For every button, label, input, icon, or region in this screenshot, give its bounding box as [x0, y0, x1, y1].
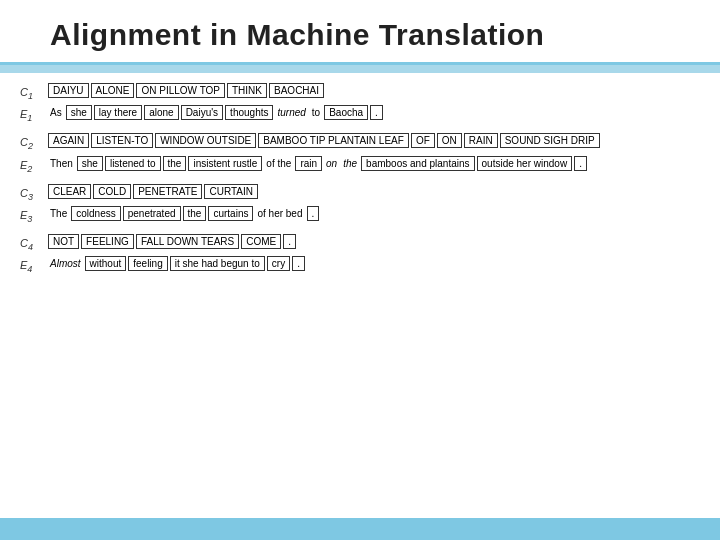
label-e4: E4 [20, 256, 48, 274]
tokens-c2: AGAINLISTEN-TOWINDOW OUTSIDEBAMBOO TIP P… [48, 133, 700, 148]
token: Daiyu's [181, 105, 223, 120]
token: . [307, 206, 320, 221]
token: . [292, 256, 305, 271]
token: bamboos and plantains [361, 156, 474, 171]
bottom-bar [0, 518, 720, 540]
row-c4: C4NOTFEELINGFALL DOWN TEARSCOME. [20, 234, 700, 252]
token: FALL DOWN TEARS [136, 234, 239, 249]
token: ALONE [91, 83, 135, 98]
slide: Alignment in Machine Translation C1DAIYU… [0, 0, 720, 540]
tokens-c4: NOTFEELINGFALL DOWN TEARSCOME. [48, 234, 700, 249]
token: . [574, 156, 587, 171]
token: without [85, 256, 127, 271]
token: SOUND SIGH DRIP [500, 133, 600, 148]
page-title: Alignment in Machine Translation [50, 18, 544, 51]
token: penetrated [123, 206, 181, 221]
token: WINDOW OUTSIDE [155, 133, 256, 148]
token: cry [267, 256, 290, 271]
token: insistent rustle [188, 156, 262, 171]
token: As [48, 106, 64, 119]
tokens-c1: DAIYUALONEON PILLOW TOPTHINKBAOCHAI [48, 83, 700, 98]
tokens-e1: Asshelay therealoneDaiyu'sthoughtsturned… [48, 105, 700, 120]
token: listened to [105, 156, 161, 171]
label-c3: C3 [20, 184, 48, 202]
token: lay there [94, 105, 142, 120]
token: she [66, 105, 92, 120]
token: of her bed [255, 207, 304, 220]
label-c4: C4 [20, 234, 48, 252]
label-e2: E2 [20, 156, 48, 174]
token: OF [411, 133, 435, 148]
token: coldness [71, 206, 120, 221]
row-e2: E2Thenshelistened totheinsistent rustleo… [20, 156, 700, 174]
token: DAIYU [48, 83, 89, 98]
label-c1: C1 [20, 83, 48, 101]
row-c3: C3CLEARCOLDPENETRATECURTAIN [20, 184, 700, 202]
token: rain [295, 156, 322, 171]
tokens-e2: Thenshelistened totheinsistent rustleof … [48, 156, 700, 171]
token: the [341, 157, 359, 170]
token: CLEAR [48, 184, 91, 199]
tokens-e4: Almostwithoutfeelingit she had begun toc… [48, 256, 700, 271]
token: the [183, 206, 207, 221]
token: alone [144, 105, 178, 120]
token: RAIN [464, 133, 498, 148]
token: the [163, 156, 187, 171]
token: it she had begun to [170, 256, 265, 271]
title-bar: Alignment in Machine Translation [0, 0, 720, 65]
token: outside her window [477, 156, 573, 171]
tokens-e3: Thecoldnesspenetratedthecurtainsof her b… [48, 206, 700, 221]
token: on [324, 157, 339, 170]
row-e1: E1Asshelay therealoneDaiyu'sthoughtsturn… [20, 105, 700, 123]
token: feeling [128, 256, 167, 271]
token: Almost [48, 257, 83, 270]
token: FEELING [81, 234, 134, 249]
token: ON [437, 133, 462, 148]
token: BAOCHAI [269, 83, 324, 98]
tokens-c3: CLEARCOLDPENETRATECURTAIN [48, 184, 700, 199]
token: BAMBOO TIP PLANTAIN LEAF [258, 133, 409, 148]
token: LISTEN-TO [91, 133, 153, 148]
token: thoughts [225, 105, 273, 120]
token: Baocha [324, 105, 368, 120]
token: PENETRATE [133, 184, 202, 199]
token: of the [264, 157, 293, 170]
token: she [77, 156, 103, 171]
token: turned [275, 106, 307, 119]
token: to [310, 106, 322, 119]
label-c2: C2 [20, 133, 48, 151]
token: . [283, 234, 296, 249]
token: The [48, 207, 69, 220]
blue-bar [0, 65, 720, 73]
token: AGAIN [48, 133, 89, 148]
token: NOT [48, 234, 79, 249]
token: COME [241, 234, 281, 249]
token: curtains [208, 206, 253, 221]
token: COLD [93, 184, 131, 199]
row-e4: E4Almostwithoutfeelingit she had begun t… [20, 256, 700, 274]
token: ON PILLOW TOP [136, 83, 225, 98]
token: . [370, 105, 383, 120]
label-e1: E1 [20, 105, 48, 123]
content-area: C1DAIYUALONEON PILLOW TOPTHINKBAOCHAIE1A… [0, 77, 720, 275]
token: Then [48, 157, 75, 170]
token: CURTAIN [204, 184, 258, 199]
token: THINK [227, 83, 267, 98]
row-c1: C1DAIYUALONEON PILLOW TOPTHINKBAOCHAI [20, 83, 700, 101]
label-e3: E3 [20, 206, 48, 224]
row-c2: C2AGAINLISTEN-TOWINDOW OUTSIDEBAMBOO TIP… [20, 133, 700, 151]
row-e3: E3Thecoldnesspenetratedthecurtainsof her… [20, 206, 700, 224]
